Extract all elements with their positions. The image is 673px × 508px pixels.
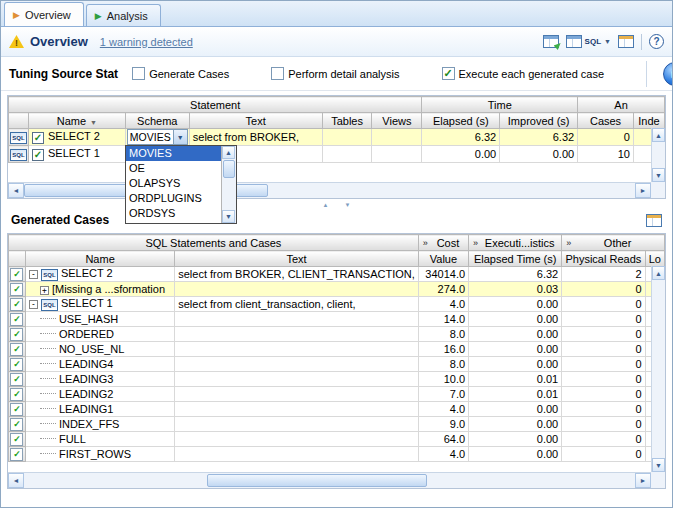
scrollbar-track[interactable] — [222, 159, 236, 210]
section-splitter[interactable]: ▲ ▼ — [1, 199, 672, 210]
stmt-col-inde[interactable]: Inde — [633, 113, 664, 129]
case-row[interactable]: ✓FULL64.00.000 — [9, 432, 665, 447]
collapse-icon[interactable]: - — [29, 270, 38, 279]
combo-dropdown-button[interactable]: ▼ — [173, 130, 187, 144]
case-row[interactable]: ✓INDEX_FFS9.00.000 — [9, 417, 665, 432]
case-row[interactable]: ✓+[Missing a ...sformation274.00.030 — [9, 282, 665, 297]
stmt-col-tables[interactable]: Tables — [322, 113, 372, 129]
stmt-col-improved-s[interactable]: Improved (s) — [500, 113, 578, 129]
case-text-cell[interactable]: select from BROKER, CLIENT_TRANSACTION, — [175, 267, 419, 282]
checkbox-box[interactable]: ✓ — [442, 67, 455, 80]
case-text-cell[interactable]: select from client_transaction, client, — [175, 297, 419, 312]
schema-option[interactable]: MOVIES — [126, 146, 221, 161]
case-text-cell[interactable] — [175, 357, 419, 372]
warning-link[interactable]: 1 warning detected — [100, 36, 193, 48]
checkbox-box[interactable] — [271, 67, 284, 80]
schema-option[interactable]: ORDPLUGINS — [126, 191, 221, 206]
case-text-cell[interactable] — [175, 327, 419, 342]
scroll-left-button[interactable]: ◄ — [8, 183, 24, 198]
statement-row[interactable]: SQL✓SELECT 2MOVIES▼select from BROKER,6.… — [9, 129, 665, 146]
scroll-up-button[interactable]: ▲ — [652, 266, 665, 280]
tab-overview[interactable]: ▶Overview — [4, 2, 84, 26]
scroll-down-button[interactable]: ▼ — [652, 458, 665, 472]
cases-col-text[interactable]: Text — [175, 251, 419, 267]
stmt-name-cell[interactable]: ✓SELECT 2 — [29, 129, 126, 146]
case-row[interactable]: ✓-SQLSELECT 2select from BROKER, CLIENT_… — [9, 267, 665, 282]
dropdown-scrollbar[interactable]: ▲▼ — [221, 146, 236, 223]
scroll-right-button[interactable]: ► — [635, 473, 651, 488]
run-tuning-button[interactable]: ▶ — [663, 62, 673, 86]
case-text-cell[interactable] — [175, 447, 419, 462]
stmt-text-cell[interactable]: select from BROKER, — [189, 129, 322, 146]
case-name-cell[interactable]: FULL — [25, 432, 174, 447]
case-name-cell[interactable]: LEADING2 — [25, 387, 174, 402]
adjust-columns-icon[interactable] — [646, 214, 662, 227]
case-row[interactable]: ✓ORDERED8.00.000 — [9, 327, 665, 342]
scrollbar-track[interactable] — [652, 142, 665, 168]
stmt-col-elapsed-s[interactable]: Elapsed (s) — [422, 113, 500, 129]
cases-col-name[interactable]: Name — [25, 251, 174, 267]
statement-row[interactable]: SQL✓SELECT 10.000.0010 — [9, 146, 665, 163]
case-text-cell[interactable] — [175, 402, 419, 417]
schema-option[interactable]: OE — [126, 161, 221, 176]
case-name-cell[interactable]: USE_HASH — [25, 312, 174, 327]
schema-combobox[interactable]: MOVIES▼ — [127, 129, 188, 145]
scroll-left-button[interactable]: ◄ — [8, 473, 24, 488]
checkbox-perform-detail-analysis[interactable]: Perform detail analysis — [271, 67, 399, 80]
stmt-col-text[interactable]: Text — [189, 113, 322, 129]
checkbox-execute-each-generated-case[interactable]: ✓Execute each generated case — [442, 67, 605, 80]
case-text-cell[interactable] — [175, 312, 419, 327]
case-name-cell[interactable]: INDEX_FFS — [25, 417, 174, 432]
stmt-schema-cell[interactable]: MOVIES▼ — [125, 129, 189, 146]
expand-group-icon[interactable]: » — [422, 238, 431, 248]
scrollbar-track[interactable] — [652, 280, 665, 458]
case-text-cell[interactable] — [175, 432, 419, 447]
splitter-collapse-down-icon[interactable]: ▼ — [345, 202, 351, 208]
case-name-cell[interactable]: -SQLSELECT 2 — [25, 267, 174, 282]
scroll-down-button[interactable]: ▼ — [652, 168, 665, 182]
collapse-icon[interactable]: - — [29, 300, 38, 309]
expand-group-icon[interactable]: » — [565, 238, 574, 248]
scrollbar-track[interactable] — [24, 183, 635, 198]
scrollbar-thumb[interactable] — [207, 474, 427, 487]
expand-icon[interactable]: + — [40, 286, 49, 295]
case-text-cell[interactable] — [175, 282, 419, 297]
case-name-cell[interactable]: FIRST_ROWS — [25, 447, 174, 462]
scroll-up-button[interactable]: ▲ — [222, 146, 235, 159]
case-name-cell[interactable]: ORDERED — [25, 327, 174, 342]
statements-vertical-scrollbar[interactable]: ▲ ▼ — [651, 128, 665, 182]
cases-vertical-scrollbar[interactable]: ▲ ▼ — [651, 266, 665, 472]
stmt-col-schema[interactable]: Schema — [125, 113, 189, 129]
cases-col-physical-reads[interactable]: Physical Reads — [562, 251, 645, 267]
case-text-cell[interactable] — [175, 387, 419, 402]
scroll-up-button[interactable]: ▲ — [652, 128, 665, 142]
cases-col-lo[interactable]: Lo — [645, 251, 664, 267]
case-row[interactable]: ✓NO_USE_NL16.00.000 — [9, 342, 665, 357]
scrollbar-thumb[interactable] — [223, 160, 235, 178]
case-text-cell[interactable] — [175, 417, 419, 432]
expand-group-icon[interactable]: » — [472, 238, 481, 248]
case-row[interactable]: ✓LEADING14.00.000 — [9, 402, 665, 417]
export-report-icon[interactable] — [543, 35, 559, 48]
cases-horizontal-scrollbar[interactable]: ◄ ► — [8, 472, 651, 488]
scroll-right-button[interactable]: ► — [635, 183, 651, 198]
case-text-cell[interactable] — [175, 372, 419, 387]
row-checkbox[interactable]: ✓ — [32, 132, 44, 144]
case-name-cell[interactable]: -SQLSELECT 1 — [25, 297, 174, 312]
stmt-col-cases[interactable]: Cases — [578, 113, 634, 129]
tab-analysis[interactable]: ▶Analysis — [86, 4, 161, 26]
case-name-cell[interactable]: NO_USE_NL — [25, 342, 174, 357]
cases-col-value[interactable]: Value — [418, 251, 468, 267]
case-name-cell[interactable]: LEADING1 — [25, 402, 174, 417]
case-name-cell[interactable]: LEADING4 — [25, 357, 174, 372]
case-row[interactable]: ✓LEADING27.00.010 — [9, 387, 665, 402]
schema-option[interactable]: OLAPSYS — [126, 176, 221, 191]
copy-results-icon[interactable] — [618, 35, 634, 48]
case-name-cell[interactable]: +[Missing a ...sformation — [25, 282, 174, 297]
case-row[interactable]: ✓-SQLSELECT 1select from client_transact… — [9, 297, 665, 312]
case-text-cell[interactable] — [175, 342, 419, 357]
row-checkbox[interactable]: ✓ — [32, 149, 44, 161]
scrollbar-track[interactable] — [24, 473, 635, 488]
stmt-name-cell[interactable]: ✓SELECT 1 — [29, 146, 126, 163]
statements-horizontal-scrollbar[interactable]: ◄ ► — [8, 182, 651, 198]
